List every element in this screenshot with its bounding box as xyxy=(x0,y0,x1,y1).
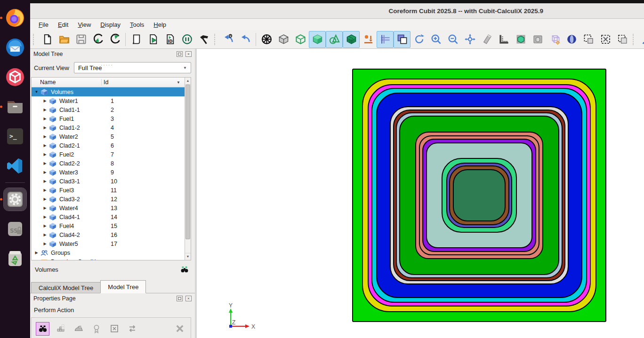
view-wireframe-button[interactable] xyxy=(258,31,275,48)
tree-row[interactable]: Fuel3 11 xyxy=(32,186,185,195)
menu-help[interactable]: Help xyxy=(149,20,171,30)
column-header-id[interactable]: Id xyxy=(101,79,185,86)
new-journal-button[interactable] xyxy=(39,31,56,48)
expand-arrow-icon[interactable] xyxy=(42,117,48,121)
expand-arrow-icon[interactable] xyxy=(42,161,48,165)
tab-model-tree[interactable]: Model Tree xyxy=(100,280,146,293)
bounding-box-button[interactable] xyxy=(529,31,546,48)
tree-row[interactable]: Water2 5 xyxy=(32,132,185,141)
menu-display[interactable]: Display xyxy=(96,20,125,30)
export-button[interactable] xyxy=(106,31,123,48)
expand-arrow-icon[interactable] xyxy=(33,251,40,255)
menu-tools[interactable]: Tools xyxy=(125,20,149,30)
scroll-down-icon[interactable]: ▼ xyxy=(185,253,191,260)
action-delete-mesh[interactable] xyxy=(107,322,121,336)
ruler-button[interactable] xyxy=(495,31,512,48)
expand-arrow-icon[interactable] xyxy=(42,197,48,201)
header-dropdown-icon[interactable]: ▼ xyxy=(177,80,180,85)
tree-row[interactable]: Clad2-2 8 xyxy=(32,159,185,168)
action-quality[interactable] xyxy=(89,322,103,336)
action-mesh-blocks[interactable] xyxy=(54,322,67,336)
grid-display-button[interactable] xyxy=(377,31,394,48)
action-swap[interactable] xyxy=(125,322,139,336)
binoculars-icon[interactable] xyxy=(180,265,189,274)
tree-row[interactable]: Fuel2 7 xyxy=(32,150,185,159)
scroll-up-icon[interactable]: ▲ xyxy=(185,78,191,85)
expand-arrow-icon[interactable] xyxy=(42,179,48,183)
expand-arrow-icon[interactable] xyxy=(42,143,48,148)
tree-row[interactable]: Volumes xyxy=(32,87,185,96)
tree-row[interactable]: Water4 13 xyxy=(32,204,185,212)
play-journal-button[interactable] xyxy=(145,31,161,48)
expand-arrow-icon[interactable] xyxy=(42,242,48,246)
select-copy-button[interactable] xyxy=(614,31,631,48)
overlap-display-button[interactable] xyxy=(394,31,411,48)
dock-files[interactable] xyxy=(4,95,26,118)
splitter-grip[interactable]: ····· xyxy=(101,63,113,68)
tree-scrollbar[interactable]: ▲ ▼ xyxy=(185,78,191,260)
expand-arrow-icon[interactable] xyxy=(42,233,48,237)
save-button[interactable] xyxy=(72,31,89,48)
panel-float-button[interactable] xyxy=(177,51,183,57)
tree-row[interactable]: Water5 17 xyxy=(32,239,185,248)
expand-arrow-icon[interactable] xyxy=(42,188,48,192)
zoom-in-button[interactable] xyxy=(427,31,444,48)
tree-row[interactable]: Clad3-2 12 xyxy=(32,195,185,204)
tree-row[interactable]: Clad4-2 16 xyxy=(32,230,185,239)
view-geometry-button[interactable] xyxy=(326,31,343,48)
select-box-button[interactable] xyxy=(580,31,597,48)
tree-row[interactable]: Clad1-2 4 xyxy=(32,123,185,132)
title-bar[interactable]: Coreform Cubit 2025.8 -- with Cubit-Calc… xyxy=(30,3,644,19)
dock-vscode[interactable] xyxy=(4,155,26,177)
dock-settings[interactable] xyxy=(4,188,26,211)
dock-coreform[interactable] xyxy=(4,66,26,88)
expand-arrow-icon[interactable] xyxy=(42,170,48,174)
dock-terminal[interactable]: >_ xyxy=(4,125,26,148)
tree-row[interactable]: Fuel4 15 xyxy=(32,221,185,230)
open-button[interactable] xyxy=(56,31,72,48)
panel-close-icon[interactable]: × xyxy=(185,51,192,57)
view-transparent-button[interactable] xyxy=(292,31,309,48)
view-shaded-button[interactable] xyxy=(275,31,292,48)
column-header-name[interactable]: Name xyxy=(32,79,101,86)
expand-arrow-icon[interactable] xyxy=(33,259,40,260)
current-view-combobox[interactable]: Full Tree ▼ xyxy=(74,62,191,73)
expand-arrow-icon[interactable] xyxy=(33,90,40,94)
menu-edit[interactable]: Edit xyxy=(53,20,73,30)
user-account-button[interactable] xyxy=(638,31,644,48)
dock-firefox[interactable] xyxy=(4,7,26,29)
expand-arrow-icon[interactable] xyxy=(42,108,48,112)
wire-cube-button[interactable] xyxy=(546,31,563,48)
action-delete[interactable] xyxy=(173,322,186,336)
tree-row[interactable]: Groups xyxy=(32,248,185,257)
dock-trash[interactable] xyxy=(4,247,26,270)
menu-file[interactable]: File xyxy=(34,20,53,30)
panel-float-button[interactable] xyxy=(177,296,183,301)
tree-table-header[interactable]: Name Id ▼ xyxy=(32,78,191,87)
scrollbar-thumb[interactable] xyxy=(185,85,190,239)
tree-row[interactable]: Water3 9 xyxy=(32,168,185,177)
expand-arrow-icon[interactable] xyxy=(42,152,48,157)
view-solid-button[interactable] xyxy=(309,31,326,48)
expand-arrow-icon[interactable] xyxy=(42,126,48,130)
dock-ssh[interactable]: SS xyxy=(4,218,26,240)
lens-button[interactable] xyxy=(563,31,580,48)
zoom-fit-button[interactable] xyxy=(461,31,478,48)
custom-tool-button[interactable] xyxy=(195,31,212,48)
import-button[interactable] xyxy=(89,31,106,48)
undo-button[interactable] xyxy=(237,31,254,48)
select-remove-button[interactable] xyxy=(597,31,614,48)
view-mesh-button[interactable] xyxy=(343,31,360,48)
expand-arrow-icon[interactable] xyxy=(42,99,48,103)
expand-arrow-icon[interactable] xyxy=(42,224,48,228)
pause-button[interactable] xyxy=(178,31,195,48)
journal-editor-button[interactable] xyxy=(128,31,145,48)
mesh-quality-button[interactable] xyxy=(512,31,529,48)
zoom-out-button[interactable] xyxy=(444,31,461,48)
tree-row[interactable]: Clad2-1 6 xyxy=(32,141,185,150)
action-find[interactable] xyxy=(36,322,49,336)
expand-arrow-icon[interactable] xyxy=(42,206,48,210)
play-id-journal-button[interactable]: ID xyxy=(161,31,178,48)
action-smooth[interactable] xyxy=(72,322,85,336)
tree-row[interactable]: Fuel1 3 xyxy=(32,114,185,123)
